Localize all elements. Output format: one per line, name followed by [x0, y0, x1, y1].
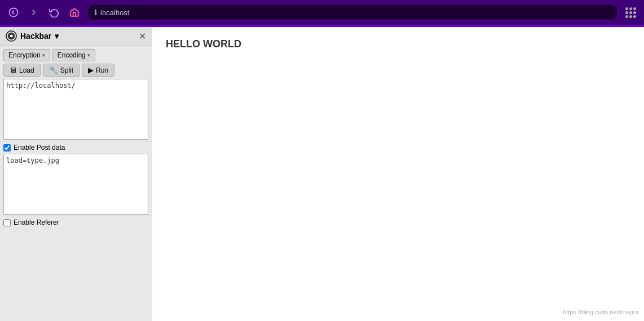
hackbar-panel: Hackbar ▾ ✕ Encryption ▾ Encoding ▾ 🖥 Lo: [0, 27, 152, 321]
hackbar-logo: [6, 30, 17, 42]
address-info-icon: ℹ: [94, 8, 97, 17]
split-label: Split: [60, 66, 73, 74]
run-label: Run: [96, 66, 108, 74]
enable-post-checkbox[interactable]: [3, 144, 11, 151]
enable-referer-row: Enable Referer: [0, 216, 152, 229]
hackbar-toolbar: Encryption ▾ Encoding ▾ 🖥 Load 🔧 Split: [0, 46, 152, 79]
hackbar-title-text: Hackbar: [20, 32, 51, 41]
address-text: localhost: [100, 8, 611, 17]
watermark: https://blog.csdn.net/cnsprx: [563, 309, 638, 315]
grid-icon: [625, 7, 636, 18]
hackbar-title: Hackbar ▾: [6, 30, 59, 42]
dropdown-row: Encryption ▾ Encoding ▾: [3, 49, 148, 61]
hackbar-close-button[interactable]: ✕: [139, 31, 146, 42]
enable-referer-label: Enable Referer: [14, 219, 59, 226]
load-button[interactable]: 🖥 Load: [3, 64, 41, 77]
post-textarea[interactable]: load=type.jpg: [3, 154, 148, 215]
extensions-button[interactable]: [623, 5, 638, 20]
web-content: HELLO WORLD https://blog.csdn.net/cnsprx: [152, 27, 644, 321]
main-area: Hackbar ▾ ✕ Encryption ▾ Encoding ▾ 🖥 Lo: [0, 27, 644, 321]
encoding-label: Encoding: [58, 51, 86, 59]
encryption-dropdown[interactable]: Encryption ▾: [3, 49, 50, 61]
hackbar-header: Hackbar ▾ ✕: [0, 27, 152, 46]
enable-referer-checkbox[interactable]: [3, 219, 11, 226]
url-textarea[interactable]: http://localhost/: [3, 79, 148, 140]
run-button[interactable]: ▶ Run: [82, 64, 114, 77]
page-title: HELLO WORLD: [166, 38, 630, 50]
address-bar[interactable]: ℹ localhost: [87, 4, 618, 21]
encoding-arrow: ▾: [87, 52, 90, 58]
load-label: Load: [19, 66, 34, 74]
back-button[interactable]: [6, 5, 21, 20]
encryption-label: Encryption: [8, 51, 41, 59]
split-button[interactable]: 🔧 Split: [43, 64, 80, 77]
encoding-dropdown[interactable]: Encoding ▾: [52, 49, 95, 61]
enable-post-label: Enable Post data: [14, 144, 65, 151]
enable-post-row: Enable Post data: [0, 141, 152, 154]
reload-button[interactable]: [46, 5, 62, 20]
run-icon: ▶: [88, 66, 94, 74]
home-button[interactable]: [67, 5, 82, 20]
encryption-arrow: ▾: [42, 52, 45, 58]
svg-point-0: [10, 8, 18, 17]
load-icon: 🖥: [10, 66, 17, 74]
split-icon: 🔧: [49, 66, 58, 74]
action-row: 🖥 Load 🔧 Split ▶ Run: [3, 64, 148, 77]
forward-button[interactable]: [26, 5, 42, 20]
hackbar-title-arrow: ▾: [55, 32, 59, 41]
browser-bar: ℹ localhost: [0, 0, 644, 25]
